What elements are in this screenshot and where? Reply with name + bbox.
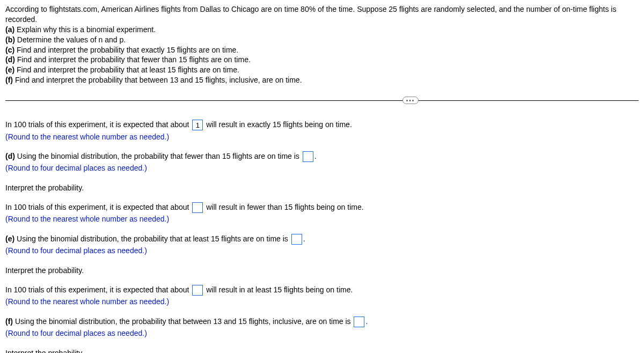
part-e-label: (e) (5, 65, 14, 74)
d-interpret-heading: Interpret the probability. (5, 182, 639, 194)
part-a-label: (a) (5, 25, 14, 34)
intro-text: According to flightstats.com, American A… (5, 4, 639, 25)
d-label: (d) (5, 152, 15, 160)
part-f-label: (f) (5, 76, 13, 84)
c-interpret-help: (Round to the nearest whole number as ne… (5, 131, 639, 143)
d-prob-block: (d) Using the binomial distribution, the… (5, 150, 639, 174)
e-label: (e) (5, 234, 14, 243)
e-prob-block: (e) Using the binomial distribution, the… (5, 233, 639, 257)
d-interpret-prefix: In 100 trials of this experiment, it is … (5, 203, 191, 211)
answer-content: In 100 trials of this experiment, it is … (5, 119, 639, 353)
f-label: (f) (5, 317, 13, 326)
part-f: (f) Find and interpret the probability t… (5, 75, 639, 85)
f-prefix: Using the binomial distribution, the pro… (13, 317, 353, 326)
part-a-text: Explain why this is a binomial experimen… (14, 25, 156, 34)
d-interpret-input[interactable] (192, 202, 203, 213)
e-interpret-suffix: will result in at least 15 flights being… (204, 285, 353, 294)
part-b-text: Determine the values of n and p. (15, 35, 126, 44)
f-interpret-heading-block: Interpret the probability. (5, 347, 639, 353)
part-c: (c) Find and interpret the probability t… (5, 45, 639, 55)
f-suffix: . (365, 317, 368, 326)
part-f-text: Find and interpret the probability that … (13, 76, 302, 84)
e-help: (Round to four decimal places as needed.… (5, 245, 639, 256)
c-interpret-block: In 100 trials of this experiment, it is … (5, 119, 639, 143)
e-interpret-prefix: In 100 trials of this experiment, it is … (5, 285, 191, 294)
divider-line (5, 100, 639, 101)
d-interpret-block: In 100 trials of this experiment, it is … (5, 201, 639, 225)
f-help: (Round to four decimal places as needed.… (5, 327, 639, 339)
part-b: (b) Determine the values of n and p. (5, 35, 639, 45)
part-d-text: Find and interpret the probability that … (15, 55, 251, 64)
part-c-text: Find and interpret the probability that … (14, 46, 238, 54)
e-interpret-input[interactable] (192, 285, 203, 296)
f-prob-input[interactable] (354, 317, 364, 327)
part-e-text: Find and interpret the probability that … (14, 65, 239, 74)
c-interpret-suffix: will result in exactly 15 flights being … (204, 120, 352, 129)
e-prefix: Using the binomial distribution, the pro… (14, 234, 290, 243)
f-prob-block: (f) Using the binomial distribution, the… (5, 315, 639, 340)
d-interpret-suffix: will result in fewer than 15 flights bei… (204, 203, 363, 211)
part-d: (d) Find and interpret the probability t… (5, 55, 639, 65)
d-help: (Round to four decimal places as needed.… (5, 162, 639, 174)
problem-header: According to flightstats.com, American A… (5, 4, 639, 85)
d-interpret-heading-block: Interpret the probability. (5, 182, 639, 194)
d-prefix: Using the binomial distribution, the pro… (15, 152, 302, 160)
divider-row: ••• (5, 95, 639, 106)
c-interpret-input[interactable] (192, 120, 203, 130)
e-prob-input[interactable] (291, 234, 302, 245)
e-interpret-heading: Interpret the probability. (5, 264, 639, 276)
f-interpret-heading: Interpret the probability. (5, 347, 639, 353)
d-interpret-help: (Round to the nearest whole number as ne… (5, 213, 639, 225)
part-b-label: (b) (5, 35, 15, 44)
e-suffix: . (303, 234, 305, 243)
c-interpret-prefix: In 100 trials of this experiment, it is … (5, 120, 191, 129)
more-button[interactable]: ••• (402, 97, 419, 104)
e-interpret-block: In 100 trials of this experiment, it is … (5, 284, 639, 308)
e-interpret-help: (Round to the nearest whole number as ne… (5, 296, 639, 307)
part-e: (e) Find and interpret the probability t… (5, 65, 639, 75)
d-prob-input[interactable] (303, 151, 313, 162)
part-c-label: (c) (5, 46, 14, 54)
part-a: (a) Explain why this is a binomial exper… (5, 25, 639, 35)
e-interpret-heading-block: Interpret the probability. (5, 264, 639, 276)
d-suffix: . (314, 152, 317, 160)
part-d-label: (d) (5, 55, 15, 64)
